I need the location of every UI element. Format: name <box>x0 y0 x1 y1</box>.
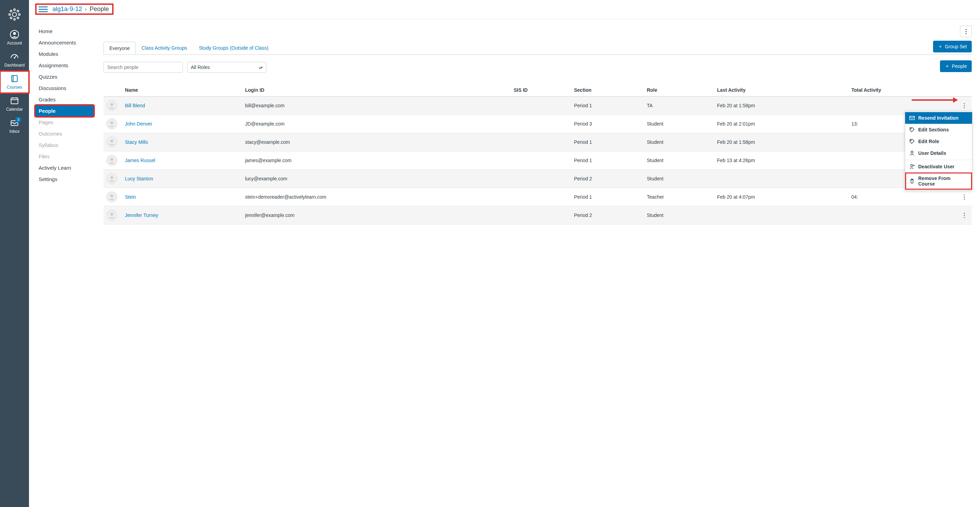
tab-class-activity-groups[interactable]: Class Activity Groups <box>135 41 193 54</box>
global-nav: AccountDashboardCoursesCalendarInbox3 <box>0 0 29 507</box>
people-panel: EveryoneClass Activity GroupsStudy Group… <box>103 25 972 499</box>
course-nav-grades[interactable]: Grades <box>35 94 94 105</box>
menu-item-label: Remove From Course <box>918 176 968 187</box>
search-people-input[interactable] <box>103 62 183 73</box>
select-arrows-icon: ▴▾ <box>259 65 262 69</box>
avatar <box>106 118 117 129</box>
cell-login-id: bill@example.com <box>242 97 511 115</box>
course-nav-syllabus[interactable]: Syllabus <box>35 139 94 151</box>
global-nav-calendar[interactable]: Calendar <box>0 93 29 115</box>
cell-last-activity: Feb 20 at 2:01pm <box>714 115 848 133</box>
svg-rect-15 <box>11 98 18 104</box>
cell-login-id: stacy@example.com <box>242 133 511 151</box>
table-row: Jennifer Turneyjennifer@example.comPerio… <box>103 206 972 224</box>
menu-item-resend-invitation[interactable]: Resend Invitation <box>905 112 972 124</box>
avatar <box>106 137 117 148</box>
course-nav-actively-learn[interactable]: Actively Learn <box>35 162 94 173</box>
tag-icon <box>909 139 915 144</box>
person-name-link[interactable]: Bill Blend <box>125 103 145 108</box>
global-nav-dashboard[interactable]: Dashboard <box>0 49 29 71</box>
course-nav-modules[interactable]: Modules <box>35 48 94 60</box>
person-name-link[interactable]: James Russel <box>125 157 155 163</box>
course-nav-outcomes[interactable]: Outcomes <box>35 128 94 139</box>
cell-login-id: jennifer@example.com <box>242 206 511 224</box>
menu-item-label: User Details <box>918 150 946 156</box>
global-nav-label: Account <box>7 41 22 46</box>
table-row: Steinstein+demoreader@activelylearn.comP… <box>103 188 972 206</box>
menu-item-label: Deactivate User <box>918 164 955 169</box>
row-options-button[interactable] <box>961 213 967 218</box>
cell-section: Period 1 <box>571 133 644 151</box>
mail-icon <box>909 115 915 121</box>
annotation-arrow-icon <box>912 97 958 103</box>
cell-login-id: JD@example.com <box>242 115 511 133</box>
cell-role: Student <box>644 151 714 170</box>
panel-options-button[interactable] <box>960 25 972 37</box>
svg-rect-24 <box>910 116 915 120</box>
cell-last-activity <box>714 170 848 188</box>
table-row: Bill Blendbill@example.comPeriod 1TAFeb … <box>103 97 972 115</box>
menu-item-user-details[interactable]: User Details <box>905 147 972 159</box>
course-nav-files[interactable]: Files <box>35 151 94 162</box>
cell-last-activity: Feb 20 at 1:58pm <box>714 133 848 151</box>
tab-study-groups-outside-of-class-[interactable]: Study Groups (Outside of Class) <box>193 41 274 54</box>
course-nav-settings[interactable]: Settings <box>35 173 94 185</box>
row-options-button[interactable] <box>961 103 967 108</box>
svg-point-12 <box>14 57 15 59</box>
menu-item-edit-sections[interactable]: Edit Sections <box>905 124 972 135</box>
avatar <box>106 173 117 184</box>
menu-item-deactivate-user[interactable]: Deactivate User <box>905 161 972 172</box>
svg-point-1 <box>14 9 16 11</box>
cell-sis-id <box>511 133 571 151</box>
course-nav-people[interactable]: People <box>35 105 94 116</box>
tag-icon <box>909 127 915 132</box>
person-name-link[interactable]: John Denver <box>125 121 152 127</box>
global-nav-inbox[interactable]: Inbox3 <box>0 115 29 137</box>
menu-item-edit-role[interactable]: Edit Role <box>905 135 972 147</box>
course-nav-assignments[interactable]: Assignments <box>35 60 94 71</box>
cell-last-activity: Feb 20 at 1:58pm <box>714 97 848 115</box>
svg-point-27 <box>911 151 913 153</box>
course-nav-announcements[interactable]: Announcements <box>35 37 94 48</box>
svg-point-2 <box>14 19 16 21</box>
svg-point-7 <box>10 17 12 19</box>
course-nav-discussions[interactable]: Discussions <box>35 83 94 94</box>
person-name-link[interactable]: Stacy Mills <box>125 139 148 145</box>
global-nav-account[interactable]: Account <box>0 27 29 49</box>
hamburger-menu-button[interactable] <box>39 6 48 13</box>
svg-point-8 <box>17 17 19 19</box>
menu-item-remove-from-course[interactable]: Remove From Course <box>905 172 972 190</box>
svg-rect-13 <box>12 76 17 82</box>
cell-last-activity: Feb 20 at 4:07pm <box>714 188 848 206</box>
course-nav-pages[interactable]: Pages <box>35 116 94 128</box>
svg-point-23 <box>110 103 113 106</box>
add-group-set-label: Group Set <box>945 44 967 49</box>
breadcrumb-course-link[interactable]: alg1a-9-12 <box>52 6 82 13</box>
avatar <box>106 191 117 202</box>
col-name: Name <box>122 84 242 97</box>
roles-filter-select[interactable]: All Roles ▴▾ <box>187 62 266 73</box>
add-people-button[interactable]: ＋ People <box>940 60 972 72</box>
roles-filter-label: All Roles <box>191 65 210 70</box>
cell-sis-id <box>511 115 571 133</box>
tab-everyone[interactable]: Everyone <box>103 42 135 54</box>
svg-point-6 <box>17 10 19 12</box>
global-nav-courses[interactable]: Courses <box>0 71 29 93</box>
add-group-set-button[interactable]: ＋ Group Set <box>933 41 972 52</box>
svg-point-34 <box>110 176 113 179</box>
svg-point-5 <box>10 10 12 12</box>
person-name-link[interactable]: Lucy Stanton <box>125 176 153 181</box>
kebab-icon <box>966 29 967 34</box>
person-name-link[interactable]: Stein <box>125 194 136 200</box>
course-nav-quizzes[interactable]: Quizzes <box>35 71 94 83</box>
calendar-icon <box>10 96 19 105</box>
avatar <box>106 210 117 221</box>
person-name-link[interactable]: Jennifer Turney <box>125 213 158 218</box>
course-nav-home[interactable]: Home <box>35 25 94 37</box>
breadcrumb-current: People <box>89 6 109 13</box>
cell-role: Student <box>644 115 714 133</box>
breadcrumb-bar: alg1a-9-12 › People <box>29 0 980 19</box>
menu-item-label: Resend Invitation <box>918 115 959 121</box>
global-nav-label: Courses <box>7 85 22 90</box>
row-options-button[interactable] <box>961 194 967 200</box>
